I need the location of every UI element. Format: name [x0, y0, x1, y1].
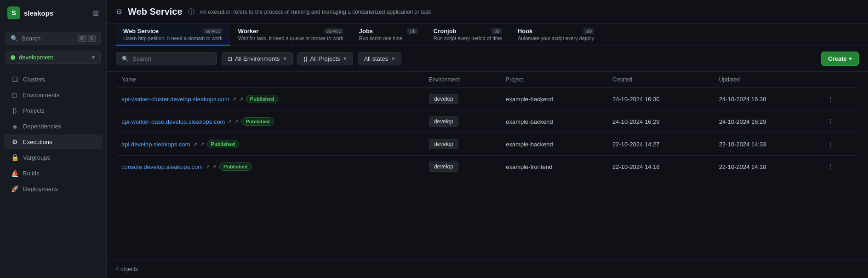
create-button-label: Create + — [828, 55, 852, 62]
toolbar: 🔍 ⊡ All Environments ▼ {} All Projects ▼… — [107, 46, 868, 72]
env-status-dot — [11, 55, 15, 60]
chevron-down-icon: ▼ — [91, 55, 96, 60]
tab-hook-type: job — [583, 28, 594, 34]
table-row: api-worker-base.develop.sleakops.com ↗ ↗… — [116, 110, 859, 133]
grid-icon[interactable]: ⊞ — [93, 9, 99, 17]
sidebar-item-clusters-label: Clusters — [23, 76, 45, 83]
tab-web-service-top: Web Service service — [123, 28, 223, 35]
status-badge-3: Published — [219, 162, 252, 171]
help-icon[interactable]: ⓘ — [188, 8, 194, 16]
external-link-icon-2: ↗ — [212, 164, 217, 170]
env-badge-1: develop — [429, 116, 458, 127]
table-container: Name Environment Project Created Updated… — [107, 72, 868, 260]
filter-states-button[interactable]: All states ▼ — [358, 52, 401, 65]
cell-more-0: ⋮ — [820, 88, 859, 110]
chevron-down-icon: ▼ — [391, 56, 395, 61]
env-badge-3: develop — [429, 162, 458, 172]
sidebar-item-dependencies-label: Dependencies — [23, 123, 61, 130]
create-button[interactable]: Create + — [821, 52, 859, 66]
more-options-button-0[interactable]: ⋮ — [826, 93, 836, 104]
tab-web-service-desc: Listen http petition. It need a domain t… — [123, 35, 223, 41]
service-link-2[interactable]: api.develop.sleakops.com ↗ ↗ — [121, 141, 204, 148]
filter-environments-button[interactable]: ⊡ All Environments ▼ — [222, 52, 293, 65]
external-link-icon-2: ↗ — [234, 119, 239, 125]
service-link-3[interactable]: console.develop.sleakops.com ↗ ↗ — [121, 163, 217, 170]
status-badge-0: Published — [246, 95, 279, 103]
tab-worker[interactable]: Worker service Wait for task. It need a … — [231, 24, 351, 46]
sidebar-search-label: Search — [22, 35, 74, 42]
sidebar-item-deployments[interactable]: 🚀 Deployments — [4, 181, 103, 196]
more-options-button-1[interactable]: ⋮ — [826, 116, 836, 127]
cell-more-3: ⋮ — [820, 156, 859, 178]
app-name: sleakops — [24, 9, 53, 17]
sidebar-item-vargroups-label: Vargroups — [23, 154, 50, 161]
filter-env-label: All Environments — [235, 55, 280, 62]
tab-jobs-label: Jobs — [359, 28, 373, 35]
shortcut-cmd: ⌘ — [78, 35, 87, 42]
object-count: 4 objects — [116, 266, 138, 272]
main-content: ⚙ Web Service ⓘ An execution refers to t… — [107, 0, 868, 278]
tab-worker-type: service — [324, 28, 343, 34]
env-selector[interactable]: development ▼ — [6, 51, 101, 64]
sidebar-item-projects-label: Projects — [23, 107, 45, 114]
tab-hook[interactable]: Hook job Automate your script every depl… — [510, 24, 601, 46]
chevron-down-icon: ▼ — [343, 56, 348, 61]
col-project: Project — [500, 72, 607, 88]
filter-project-label: All Projects — [310, 55, 340, 62]
search-input[interactable] — [132, 55, 211, 62]
service-link-1[interactable]: api-worker-base.develop.sleakops.com ↗ ↗ — [121, 118, 239, 125]
cell-project-3: example-frontend — [500, 156, 607, 178]
service-link-0[interactable]: api-worker-cluster.develop.sleakops.com … — [121, 96, 243, 103]
cell-env-1: develop — [423, 110, 500, 133]
cell-name-1: api-worker-base.develop.sleakops.com ↗ ↗… — [116, 110, 423, 133]
more-options-button-3[interactable]: ⋮ — [826, 161, 836, 172]
projects-icon: {} — [11, 107, 18, 114]
dependencies-icon: ◈ — [11, 122, 18, 130]
cell-updated-0: 24-10-2024 16:30 — [714, 88, 820, 110]
external-link-icon: ↗ — [232, 96, 236, 102]
sidebar-item-clusters[interactable]: ❏ Clusters — [4, 72, 103, 87]
sidebar-item-projects[interactable]: {} Projects — [4, 103, 103, 118]
tab-web-service[interactable]: Web Service service Listen http petition… — [116, 24, 230, 46]
filter-projects-button[interactable]: {} All Projects ▼ — [297, 52, 353, 65]
environments-icon: ◻ — [11, 91, 18, 98]
cell-project-0: example-backend — [500, 88, 607, 110]
tab-hook-desc: Automate your script every deploy — [518, 35, 594, 41]
search-wrapper[interactable]: 🔍 — [116, 52, 217, 65]
tab-jobs[interactable]: Jobs job Run script one time — [352, 24, 425, 46]
tab-hook-top: Hook job — [518, 28, 594, 35]
col-updated: Updated — [714, 72, 820, 88]
search-icon: 🔍 — [122, 56, 129, 62]
logo-area: S sleakops — [7, 6, 53, 19]
vargroups-icon: 🔒 — [11, 154, 18, 161]
web-service-icon: ⚙ — [116, 7, 122, 16]
cell-updated-2: 22-10-2024 14:33 — [714, 133, 820, 156]
cell-env-3: develop — [423, 156, 500, 178]
cell-more-1: ⋮ — [820, 110, 859, 133]
cell-created-0: 24-10-2024 16:30 — [607, 88, 714, 110]
sidebar-item-deployments-label: Deployments — [23, 185, 58, 192]
status-badge-2: Published — [207, 140, 240, 148]
sidebar-item-builds[interactable]: ⛵ Builds — [4, 166, 103, 180]
cell-env-2: develop — [423, 133, 500, 156]
tab-web-service-label: Web Service — [123, 28, 159, 35]
tab-cronjob[interactable]: Cronjob job Run script every period of t… — [426, 24, 509, 46]
sidebar-nav: ❏ Clusters ◻ Environments {} Projects ◈ … — [0, 68, 106, 278]
external-link-icon: ↗ — [206, 164, 210, 170]
chevron-down-icon: ▼ — [283, 56, 287, 61]
services-table: Name Environment Project Created Updated… — [116, 72, 859, 178]
sidebar-item-executions[interactable]: ⚙ Executions — [4, 134, 103, 149]
projects-filter-icon: {} — [303, 56, 307, 62]
filter-state-label: All states — [364, 55, 388, 62]
sidebar-item-dependencies[interactable]: ◈ Dependencies — [4, 119, 103, 133]
table-row: api-worker-cluster.develop.sleakops.com … — [116, 88, 859, 110]
sidebar-item-environments[interactable]: ◻ Environments — [4, 87, 103, 102]
cell-updated-3: 22-10-2024 14:18 — [714, 156, 820, 178]
sidebar-item-vargroups[interactable]: 🔒 Vargroups — [4, 150, 103, 165]
cell-updated-1: 24-10-2024 16:29 — [714, 110, 820, 133]
more-options-button-2[interactable]: ⋮ — [826, 139, 836, 150]
sidebar-search[interactable]: 🔍 Search ⌘ K — [6, 32, 101, 45]
cell-created-3: 22-10-2024 14:18 — [607, 156, 714, 178]
cell-more-2: ⋮ — [820, 133, 859, 156]
table-footer: 4 objects — [107, 260, 868, 278]
